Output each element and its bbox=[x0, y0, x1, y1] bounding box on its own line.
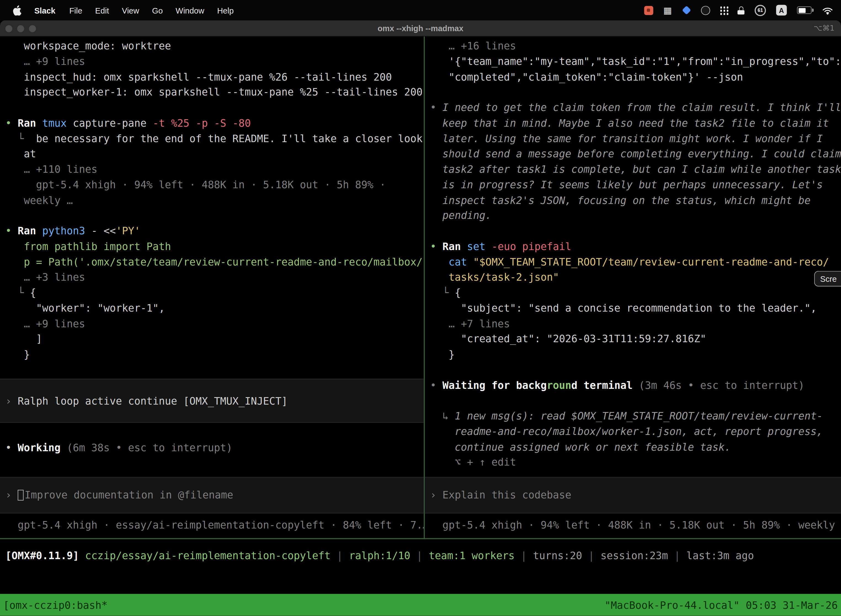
prompt-input[interactable]: › Explain this codebase bbox=[425, 477, 841, 513]
terminal-line: p = Path('.omx/state/team/review-current… bbox=[0, 254, 424, 269]
screen-recording-indicator-icon[interactable] bbox=[644, 6, 653, 15]
text-segment: continue assigned work or next feasible … bbox=[430, 441, 731, 453]
terminal-line: weekly … bbox=[0, 192, 424, 208]
text-segment: └ bbox=[5, 132, 36, 144]
text-segment: '{"team_name":"my-team","task_id":"1","f… bbox=[430, 55, 841, 67]
text-segment: … +7 lines bbox=[430, 317, 510, 329]
terminal-line bbox=[425, 393, 841, 408]
band-text: › Explain this codebase bbox=[425, 487, 571, 503]
menu-edit[interactable]: Edit bbox=[89, 6, 115, 15]
menu-help[interactable]: Help bbox=[211, 6, 240, 15]
ralph-loop-banner: › Ralph loop active continue [OMX_TMUX_I… bbox=[0, 378, 424, 422]
text-segment: └ bbox=[5, 286, 30, 298]
text-segment: Waiting for backg bbox=[442, 379, 547, 391]
wifi-icon[interactable] bbox=[822, 6, 834, 15]
terminal-line: … +9 lines bbox=[0, 316, 424, 331]
text-segment: d terminal bbox=[571, 379, 639, 391]
lock-icon[interactable] bbox=[737, 6, 744, 14]
text-segment: inspect_worker-1: omx sparkshell --tmux-… bbox=[5, 86, 422, 98]
text-segment: team:1 workers bbox=[429, 550, 514, 561]
battery-icon[interactable] bbox=[797, 6, 812, 14]
pane-status-line: gpt-5.4 xhigh · 94% left · 488K in · 5.1… bbox=[425, 517, 841, 532]
window-title: omx --xhigh --madmax bbox=[0, 21, 841, 36]
text-segment: workspace_mode: worktree bbox=[5, 40, 171, 51]
text-segment: • bbox=[5, 224, 18, 236]
menu-bar-left: Slack FileEditViewGoWindowHelp bbox=[7, 5, 240, 15]
terminal-line: "created_at": "2026-03-31T11:59:27.816Z" bbox=[425, 331, 841, 347]
band-text: › Improve documentation in @filename bbox=[0, 487, 233, 503]
terminal-line: pending. bbox=[425, 208, 841, 223]
text-segment: -t %25 -p -S -80 bbox=[152, 117, 251, 129]
terminal-window: omx --xhigh --madmax ⌥⌘1 workspace_mode:… bbox=[0, 21, 841, 616]
terminal-line: └ { bbox=[0, 285, 424, 300]
terminal-line: └ be necessary for the end of the README… bbox=[0, 131, 424, 146]
menu-file[interactable]: File bbox=[63, 6, 89, 15]
text-segment: 'PY' bbox=[116, 224, 141, 236]
text-segment: } bbox=[430, 348, 455, 360]
battery-percent: 61 bbox=[757, 7, 763, 13]
terminal-app-icon[interactable] bbox=[701, 6, 710, 15]
text-segment: capture-pane bbox=[67, 117, 152, 129]
terminal-line: ] bbox=[0, 331, 424, 347]
terminal-line: "subject": "send a concise recommendatio… bbox=[425, 300, 841, 316]
text-segment: | bbox=[582, 550, 601, 561]
apple-icon bbox=[13, 5, 22, 15]
input-source-icon[interactable]: A bbox=[776, 5, 787, 15]
text-segment: (6m 38s • esc to interrupt) bbox=[67, 441, 232, 453]
apple-menu[interactable] bbox=[7, 5, 27, 15]
text-segment: cat bbox=[448, 255, 473, 267]
text-segment bbox=[430, 255, 448, 267]
terminal-line bbox=[0, 100, 424, 115]
menu-window[interactable]: Window bbox=[169, 6, 211, 15]
text-segment: 1 new msg(s): read $OMX_TEAM_STATE_ROOT/… bbox=[455, 410, 823, 422]
text-segment: … +110 lines bbox=[5, 163, 97, 175]
terminal-line: keep that in mind. Maybe I also need the… bbox=[425, 115, 841, 131]
text-segment: be necessary for the end of the README. … bbox=[36, 132, 423, 144]
text-segment: gpt-5.4 xhigh · essay/ai-reimplementatio… bbox=[5, 519, 423, 531]
menu-items: FileEditViewGoWindowHelp bbox=[63, 6, 240, 15]
text-segment: session:23m bbox=[601, 550, 668, 561]
text-segment: tmux bbox=[42, 117, 67, 129]
window-titlebar[interactable]: omx --xhigh --madmax ⌥⌘1 bbox=[0, 21, 841, 37]
working-status: • Working (6m 38s • esc to interrupt) bbox=[0, 440, 424, 455]
terminal-line bbox=[0, 208, 424, 223]
text-segment: • bbox=[430, 101, 442, 113]
pane-divider[interactable] bbox=[424, 37, 425, 539]
text-segment: … +3 lines bbox=[5, 271, 85, 283]
terminal-line: ⌥ + ↑ edit bbox=[425, 455, 841, 470]
terminal-line: … +3 lines bbox=[0, 269, 424, 285]
terminal-line: • I need to get the claim token from the… bbox=[425, 100, 841, 115]
text-segment: › bbox=[5, 489, 18, 501]
text-segment: … +9 lines bbox=[5, 55, 85, 67]
text-segment: Working bbox=[18, 441, 67, 453]
text-segment: Ralph loop active continue [OMX_TMUX_INJ… bbox=[18, 395, 287, 406]
text-segment: › bbox=[430, 489, 442, 501]
text-segment: "created_at": "2026-03-31T11:59:27.816Z" bbox=[430, 333, 706, 345]
text-segment: "worker": "worker-1", bbox=[5, 302, 165, 314]
screen-share-overlay[interactable]: Scre bbox=[814, 271, 841, 286]
text-segment: { bbox=[30, 286, 36, 298]
menu-go[interactable]: Go bbox=[146, 6, 169, 15]
text-segment: Ran bbox=[18, 117, 42, 129]
app-menu-slack[interactable]: Slack bbox=[28, 6, 62, 15]
text-segment: | bbox=[410, 550, 429, 561]
menu-bar: Slack FileEditViewGoWindowHelp ▦ 61 A bbox=[0, 0, 841, 21]
text-segment: ralph:1/10 bbox=[349, 550, 410, 561]
terminal-line: later. Using the same for transition mig… bbox=[425, 131, 841, 146]
terminal-line: at bbox=[0, 146, 424, 161]
raycast-icon[interactable] bbox=[682, 6, 691, 15]
tmux-pane-left: workspace_mode: worktree … +9 lines insp… bbox=[0, 37, 424, 538]
terminal-line bbox=[425, 84, 841, 100]
terminal-line: should send a message before completing … bbox=[425, 146, 841, 161]
text-segment: readme-and-reco/mailbox/worker-1.json, a… bbox=[430, 425, 823, 437]
battery-gauge-icon[interactable]: 61 bbox=[755, 5, 766, 16]
menu-view[interactable]: View bbox=[115, 6, 145, 15]
waiting-status: • Waiting for background terminal (3m 46… bbox=[425, 378, 841, 393]
text-segment: later. Using the same for transition mig… bbox=[430, 132, 823, 144]
window-grid-icon[interactable]: ▦ bbox=[663, 5, 672, 16]
omx-hud-status: [OMX#0.11.9] cczip/essay/ai-reimplementa… bbox=[0, 548, 841, 563]
text-segment: "$OMX_TEAM_STATE_ROOT/team/review-curren… bbox=[473, 255, 829, 267]
terminal-line: task2 after task1 is complete, but can I… bbox=[425, 161, 841, 177]
prompt-input[interactable]: › Improve documentation in @filename bbox=[0, 477, 424, 513]
terminal-line: readme-and-reco/mailbox/worker-1.json, a… bbox=[425, 424, 841, 439]
